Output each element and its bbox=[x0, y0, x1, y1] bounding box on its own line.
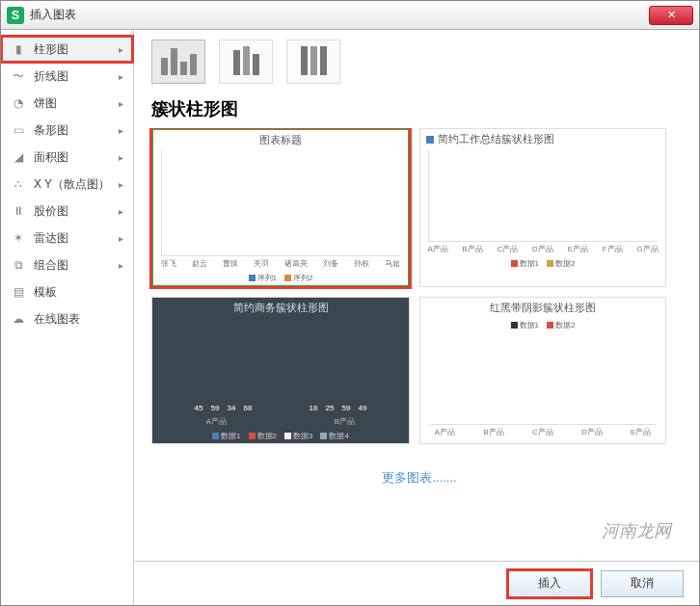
chevron-right-icon: ▸ bbox=[119, 125, 123, 136]
sidebar-item-7[interactable]: ✶雷达图▸ bbox=[1, 224, 133, 251]
sidebar-item-1[interactable]: 〜折线图▸ bbox=[1, 63, 133, 90]
chart-title: 图表标题 bbox=[153, 130, 408, 150]
chart-canvas bbox=[430, 332, 656, 425]
template-red-black-shadow[interactable]: 红黑带阴影簇状柱形图 数据1数据2 A产品B产品C产品D产品E产品 bbox=[419, 297, 666, 444]
sidebar-item-9[interactable]: ▤模板 bbox=[1, 278, 133, 305]
template-icon: ▤ bbox=[11, 284, 26, 300]
chevron-right-icon: ▸ bbox=[119, 179, 123, 190]
x-axis-labels: A产品B产品C产品D产品E产品F产品G产品 bbox=[420, 242, 665, 256]
sidebar-item-0[interactable]: ▮柱形图▸ bbox=[1, 36, 133, 63]
close-button[interactable]: ✕ bbox=[649, 6, 693, 25]
chevron-right-icon: ▸ bbox=[119, 44, 123, 55]
chart-canvas: 4559346818255949 bbox=[166, 318, 395, 414]
more-charts-link[interactable]: 更多图表....... bbox=[151, 454, 687, 502]
scatter-icon: ∴ bbox=[11, 176, 26, 192]
dialog-window: S 插入图表 ✕ ▮柱形图▸〜折线图▸◔饼图▸▭条形图▸◢面积图▸∴X Y（散点… bbox=[0, 0, 700, 606]
sidebar-item-label: 股价图 bbox=[34, 203, 68, 220]
sidebar-item-3[interactable]: ▭条形图▸ bbox=[1, 117, 133, 144]
window-title: 插入图表 bbox=[30, 7, 76, 23]
chevron-right-icon: ▸ bbox=[119, 152, 123, 163]
dialog-footer: 插入 取消 bbox=[134, 561, 699, 605]
chevron-right-icon: ▸ bbox=[119, 71, 123, 82]
bar-vert-icon: ▮ bbox=[11, 41, 26, 57]
chevron-right-icon: ▸ bbox=[119, 260, 123, 271]
sidebar-item-2[interactable]: ◔饼图▸ bbox=[1, 90, 133, 117]
pie-icon: ◔ bbox=[11, 95, 26, 111]
subtype-row bbox=[134, 30, 699, 93]
x-axis-labels: A产品B产品C产品D产品E产品 bbox=[420, 425, 665, 439]
main-panel: 簇状柱形图 图表标题 张飞赵云曹操关羽诸葛亮刘备孙权马超 序列1序列2 简约工作… bbox=[134, 30, 699, 605]
sidebar-item-label: 面积图 bbox=[34, 149, 68, 166]
stock-icon: ⏸ bbox=[11, 203, 26, 219]
chevron-right-icon: ▸ bbox=[119, 98, 123, 109]
chart-title: 红黑带阴影簇状柱形图 bbox=[420, 298, 665, 318]
sidebar-item-label: 折线图 bbox=[34, 68, 68, 85]
sidebar-item-label: 饼图 bbox=[34, 95, 57, 112]
titlebar: S 插入图表 ✕ bbox=[1, 1, 699, 30]
subtype-clustered[interactable] bbox=[151, 40, 205, 84]
sidebar-item-label: 模板 bbox=[34, 284, 57, 301]
bar-horiz-icon: ▭ bbox=[11, 122, 26, 138]
sidebar-item-8[interactable]: ⧉组合图▸ bbox=[1, 251, 133, 278]
chart-canvas bbox=[161, 150, 400, 256]
sidebar-item-label: 柱形图 bbox=[34, 41, 68, 58]
sidebar-item-label: 在线图表 bbox=[34, 311, 80, 328]
x-axis-labels: A产品B产品 bbox=[152, 414, 409, 429]
chart-legend: 数据1数据2数据3数据4 bbox=[152, 429, 409, 443]
sidebar-item-4[interactable]: ◢面积图▸ bbox=[1, 144, 133, 171]
subtype-percent-stacked[interactable] bbox=[286, 40, 340, 84]
template-work-summary[interactable]: 简约工作总结簇状柱形图 A产品B产品C产品D产品E产品F产品G产品 数据1数据2 bbox=[419, 128, 666, 287]
chart-canvas bbox=[428, 149, 658, 242]
line-icon: 〜 bbox=[11, 68, 26, 84]
sidebar-item-10[interactable]: ☁在线图表 bbox=[1, 305, 133, 332]
sidebar-item-5[interactable]: ∴X Y（散点图）▸ bbox=[1, 171, 133, 198]
x-axis-labels: 张飞赵云曹操关羽诸葛亮刘备孙权马超 bbox=[153, 256, 408, 271]
chevron-right-icon: ▸ bbox=[119, 233, 123, 244]
online-icon: ☁ bbox=[11, 311, 26, 327]
subtype-stacked[interactable] bbox=[219, 40, 273, 84]
template-business-dark[interactable]: 简约商务簇状柱形图 4559346818255949 A产品B产品 数据1数据2… bbox=[151, 297, 410, 444]
sidebar-item-label: 组合图 bbox=[34, 257, 68, 274]
template-default[interactable]: 图表标题 张飞赵云曹操关羽诸葛亮刘备孙权马超 序列1序列2 bbox=[151, 128, 410, 287]
insert-button[interactable]: 插入 bbox=[508, 570, 591, 597]
section-title: 簇状柱形图 bbox=[134, 93, 699, 128]
area-icon: ◢ bbox=[11, 149, 26, 165]
chart-legend: 序列1序列2 bbox=[153, 271, 408, 285]
cancel-button[interactable]: 取消 bbox=[601, 570, 684, 597]
chevron-right-icon: ▸ bbox=[119, 206, 123, 217]
sidebar-item-6[interactable]: ⏸股价图▸ bbox=[1, 198, 133, 224]
sidebar-item-label: X Y（散点图） bbox=[34, 176, 110, 193]
template-gallery: 图表标题 张飞赵云曹操关羽诸葛亮刘备孙权马超 序列1序列2 简约工作总结簇状柱形… bbox=[134, 128, 699, 561]
square-icon bbox=[426, 136, 434, 144]
sidebar-item-label: 条形图 bbox=[34, 122, 68, 139]
combo-icon: ⧉ bbox=[11, 257, 26, 273]
chart-title: 简约商务簇状柱形图 bbox=[152, 298, 409, 318]
chart-legend: 数据1数据2 bbox=[420, 318, 665, 332]
sidebar: ▮柱形图▸〜折线图▸◔饼图▸▭条形图▸◢面积图▸∴X Y（散点图）▸⏸股价图▸✶… bbox=[1, 30, 134, 605]
chart-title: 简约工作总结簇状柱形图 bbox=[438, 132, 554, 146]
chart-legend: 数据1数据2 bbox=[420, 256, 665, 271]
app-icon: S bbox=[7, 7, 24, 24]
radar-icon: ✶ bbox=[11, 230, 26, 246]
sidebar-item-label: 雷达图 bbox=[34, 230, 68, 247]
